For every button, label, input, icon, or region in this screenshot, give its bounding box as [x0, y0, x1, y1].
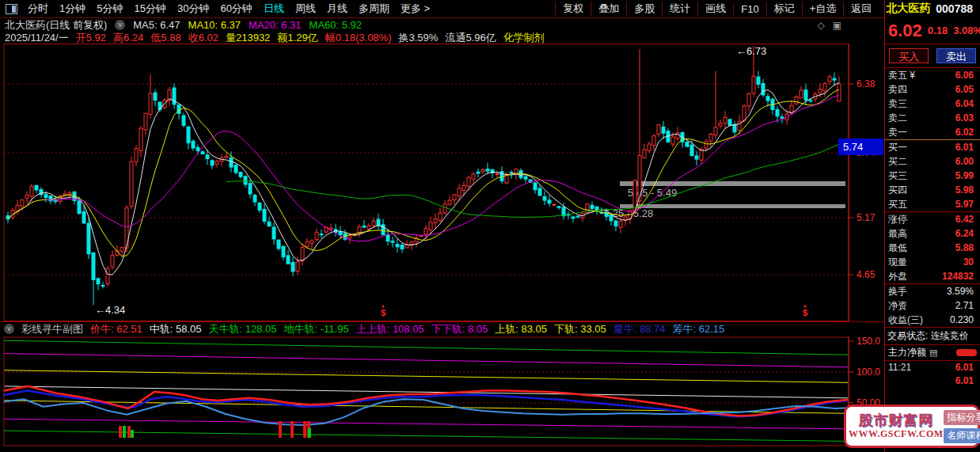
tick-row: 11:216.01 — [885, 361, 980, 374]
tab-5min[interactable]: 5分钟 — [91, 2, 128, 16]
btn-draw-line[interactable]: 画线 — [697, 2, 733, 16]
svg-text:←6.73: ←6.73 — [736, 45, 766, 57]
svg-text:$: $ — [803, 308, 807, 317]
indicator-field: 地牛轨: -11.95 — [284, 322, 349, 336]
info-float: 流通5.96亿 — [445, 31, 496, 45]
info-date: 2025/11/24/一 — [5, 31, 69, 45]
tick-list: 11:216.01 6.01 — [885, 361, 980, 388]
main-candlestick-chart[interactable]: 5.45 - 5.495.25 - 5.28←6.73←4.34$$6.385.… — [0, 44, 885, 321]
indicator-field: 天牛轨: 128.05 — [209, 322, 277, 336]
list-icon: ▤ — [929, 348, 937, 358]
btn-back[interactable]: 返回 — [843, 2, 879, 16]
tab-30min[interactable]: 30分钟 — [172, 2, 215, 16]
badge-teacher-course[interactable]: 名师课程 — [944, 428, 980, 443]
svg-text:6.38: 6.38 — [857, 78, 876, 89]
ask-row-3[interactable]: 卖三6.04 — [885, 97, 980, 111]
stat-cur-volume: 现量30 — [885, 255, 980, 269]
bid-queue: 买一6.01 买二6.00 买三5.99 买四5.98 买五5.97 — [885, 140, 980, 212]
stat-outer-volume: 外盘124832 — [885, 269, 980, 283]
info-high: 高6.24 — [113, 31, 143, 45]
bid-row-3[interactable]: 买三5.99 — [885, 169, 980, 183]
window-icon[interactable] — [6, 4, 17, 14]
svg-text:150.0: 150.0 — [857, 336, 880, 347]
stock-identity: 北大医药 000788 — [879, 2, 980, 16]
watermark-badges: 指标分享 名师课程 — [944, 410, 980, 443]
info-industry[interactable]: 化学制剂 — [503, 31, 545, 45]
diamond-icon[interactable]: ◇ — [817, 20, 824, 31]
tab-60min[interactable]: 60分钟 — [215, 2, 257, 16]
quote-sidebar: 6.02 0.18 3.08% 买入 卖出 卖五 ¥6.06 卖四6.05 卖三… — [885, 17, 980, 452]
buy-button[interactable]: 买入 — [889, 48, 929, 63]
stat-eps: 收益(三)0.230 — [885, 313, 980, 327]
indicator-name[interactable]: 彩线寻牛副图 — [21, 322, 83, 336]
info-change: 幅0.18(3.08%) — [325, 31, 392, 45]
bid-row-5[interactable]: 买五5.97 — [885, 197, 980, 211]
ask-row-1[interactable]: 卖一6.02 — [885, 125, 980, 139]
btn-overlay[interactable]: 叠加 — [591, 2, 626, 16]
ask-row-4[interactable]: 卖四6.05 — [885, 82, 980, 97]
main-fund-label: 主力净额 — [888, 346, 926, 359]
tab-daily[interactable]: 日线 — [258, 2, 290, 16]
indicator-field: 下下轨: 8.05 — [431, 322, 488, 336]
indicator-field: 价牛: 62.51 — [90, 322, 142, 336]
top-toolbar: 分时 1分钟 5分钟 15分钟 30分钟 60分钟 日线 周线 月线 多周期 更… — [0, 0, 980, 17]
chevron-down-icon[interactable]: v — [115, 20, 125, 30]
stats-block-2: 换手3.59% 净资2.71 收益(三)0.230 — [885, 284, 980, 328]
bid-row-2[interactable]: 买二6.00 — [885, 154, 980, 169]
tab-multi-period[interactable]: 多周期 — [353, 2, 395, 16]
trade-buttons: 买入 卖出 — [885, 44, 980, 68]
stat-day-high: 最高6.24 — [885, 226, 980, 241]
fund-bar — [956, 349, 977, 356]
tab-15min[interactable]: 15分钟 — [128, 2, 171, 16]
btn-stats[interactable]: 统计 — [662, 2, 697, 16]
chevron-down-icon[interactable]: v — [4, 324, 14, 334]
ma10-label: MA10: 6.37 — [188, 19, 241, 31]
indicator-field: 量牛: 88.74 — [613, 322, 666, 336]
svg-text:←4.34: ←4.34 — [95, 304, 125, 316]
sell-button[interactable]: 卖出 — [936, 48, 976, 63]
btn-fuquan[interactable]: 复权 — [555, 2, 591, 16]
toolbar-separator — [0, 17, 885, 18]
tab-weekly[interactable]: 周线 — [290, 2, 321, 16]
watermark-card: 股市财富网 WWW.GSCFW.COM 指标分享 名师课程 — [844, 405, 980, 448]
svg-text:$: $ — [381, 308, 386, 317]
indicator-field: 中轨: 58.05 — [150, 322, 202, 336]
watermark-url[interactable]: WWW.GSCFW.COM — [849, 429, 944, 440]
bid-row-1[interactable]: 买一6.01 — [885, 140, 980, 154]
info-close: 收6.02 — [188, 31, 218, 45]
chart-header: 北大医药(日线 前复权) v MA5: 6.47 MA10: 6.37 MA20… — [0, 19, 885, 31]
tab-monthly[interactable]: 月线 — [321, 2, 353, 16]
tab-fenshi[interactable]: 分时 — [22, 2, 54, 16]
indicator-panel[interactable]: 150.0100.050.00 — [0, 336, 885, 447]
main-fund-row[interactable]: 主力净额 ▤ — [885, 345, 980, 361]
indicator-field: 筹牛: 62.15 — [672, 322, 724, 336]
btn-mark[interactable]: 标记 — [766, 2, 802, 16]
ask-queue: 卖五 ¥6.06 卖四6.05 卖三6.04 卖二6.03 卖一6.02 — [885, 68, 980, 140]
info-low: 低5.88 — [150, 31, 180, 45]
svg-text:4.65: 4.65 — [857, 269, 876, 280]
badge-indicator-share[interactable]: 指标分享 — [944, 410, 980, 425]
ask-row-2[interactable]: 卖二6.03 — [885, 111, 980, 125]
price-axis-marker: 5.74 — [838, 139, 883, 155]
tick-row: 6.01 — [885, 374, 980, 388]
svg-text:100.0: 100.0 — [857, 367, 880, 378]
price-change: 0.18 — [928, 25, 948, 36]
btn-multi-stock[interactable]: 多股 — [626, 2, 662, 16]
indicator-field: 上轨: 83.05 — [495, 322, 547, 336]
btn-add-watchlist[interactable]: +自选 — [802, 2, 844, 16]
stock-code: 000788 — [936, 2, 973, 15]
quote-row: 6.02 0.18 3.08% — [885, 17, 980, 44]
ma5-label: MA5: 6.47 — [133, 19, 180, 31]
ma20-label: MA20: 6.31 — [249, 19, 302, 31]
ask-row-5[interactable]: 卖五 ¥6.06 — [885, 68, 980, 82]
split-window-icon[interactable]: ▣ — [833, 20, 841, 31]
watermark-brand: 股市财富网 — [849, 412, 944, 429]
stat-net-asset: 净资2.71 — [885, 298, 980, 313]
stats-block-1: 涨停6.42 最高6.24 最低5.88 现量30 外盘124832 — [885, 212, 980, 284]
tab-1min[interactable]: 1分钟 — [54, 2, 91, 16]
btn-f10[interactable]: F10 — [733, 3, 765, 15]
bid-row-4[interactable]: 买四5.98 — [885, 183, 980, 197]
tab-more[interactable]: 更多 > — [395, 2, 435, 16]
stat-limit-up: 涨停6.42 — [885, 212, 980, 226]
last-price: 6.02 — [888, 21, 922, 41]
